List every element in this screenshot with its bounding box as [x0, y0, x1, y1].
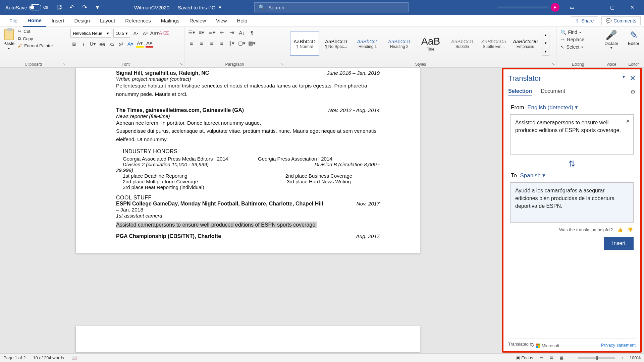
style-heading2[interactable]: AaBbCcDHeading 2	[384, 32, 414, 56]
format-painter-button[interactable]: 🖌Format Painter	[18, 43, 53, 48]
dictate-button[interactable]: 🎤 Dictate ▾ Voice	[600, 27, 623, 67]
bold-button[interactable]: B	[70, 40, 78, 48]
style-title[interactable]: AaBTitle	[416, 32, 445, 56]
style-no-spacing[interactable]: AaBbCcD¶ No Spac...	[321, 32, 351, 56]
selected-text[interactable]: Assisted camerapersons to ensure well-pr…	[116, 222, 317, 228]
focus-button[interactable]: ▣ Focus	[516, 355, 533, 360]
search-input[interactable]: 🔍 Search	[254, 2, 409, 12]
tab-help[interactable]: Help	[232, 15, 252, 27]
tab-layout[interactable]: Layout	[95, 15, 120, 27]
clear-icon[interactable]: ✕	[626, 117, 630, 125]
from-language-select[interactable]: English (detected) ▾	[527, 104, 578, 111]
multilevel-icon[interactable]: ≣▾	[208, 29, 215, 36]
tab-design[interactable]: Design	[69, 15, 95, 27]
pane-options-icon[interactable]: ▾	[623, 74, 625, 83]
swap-languages-button[interactable]: ⇅	[508, 159, 636, 169]
tab-view[interactable]: View	[211, 15, 231, 27]
tab-references[interactable]: References	[120, 15, 156, 27]
bullets-icon[interactable]: ☰▾	[188, 29, 195, 36]
font-size-select[interactable]: 10.5▾	[113, 29, 130, 38]
undo-icon[interactable]: ↶	[69, 4, 75, 10]
spelling-icon[interactable]: 📖	[71, 355, 77, 360]
autosave-toggle[interactable]: AutoSave Off	[0, 4, 48, 10]
share-button[interactable]: ⇪ Share	[571, 16, 598, 25]
style-normal[interactable]: AaBbCcD¶ Normal	[290, 32, 319, 56]
gallery-up-icon[interactable]: ▴	[542, 31, 549, 39]
style-subtle-emphasis[interactable]: AaBbCcDuSubtle Em...	[479, 32, 508, 56]
to-language-select[interactable]: Spanish ▾	[520, 172, 545, 179]
tab-mailings[interactable]: Mailings	[156, 15, 184, 27]
zoom-slider[interactable]	[578, 357, 615, 359]
cut-button[interactable]: ✂Cut	[18, 29, 53, 34]
style-subtitle[interactable]: AaBbCcDSubtitle	[447, 32, 477, 56]
read-mode-icon[interactable]: ▭	[539, 355, 543, 360]
zoom-in-icon[interactable]: +	[621, 355, 624, 360]
print-layout-icon[interactable]: ▤	[549, 355, 553, 360]
highlight-icon[interactable]: A▾	[136, 40, 144, 48]
dialog-launcher-icon[interactable]: ↘	[552, 62, 555, 66]
tab-review[interactable]: Review	[185, 15, 211, 27]
save-icon[interactable]: 🖫	[56, 4, 62, 10]
underline-button[interactable]: U▾	[89, 40, 97, 48]
customize-qat-icon[interactable]: ▾	[95, 4, 101, 10]
tab-insert[interactable]: Insert	[47, 15, 69, 27]
zoom-level[interactable]: 100%	[630, 355, 641, 360]
page-indicator[interactable]: Page 1 of 2	[3, 355, 26, 360]
strikethrough-button[interactable]: ab	[99, 40, 106, 48]
tab-home[interactable]: Home	[23, 15, 46, 27]
dialog-launcher-icon[interactable]: ↘	[280, 62, 283, 66]
borders-icon[interactable]: ▦▾	[248, 40, 256, 47]
change-case-icon[interactable]: Aa▾	[151, 29, 158, 37]
tab-document[interactable]: Document	[541, 88, 565, 96]
superscript-button[interactable]: x²	[117, 40, 125, 48]
zoom-out-icon[interactable]: −	[570, 355, 572, 360]
line-spacing-icon[interactable]: ‖▾	[228, 40, 235, 47]
align-left-icon[interactable]: ≡	[188, 40, 195, 47]
comments-button[interactable]: 💬 Comments	[601, 16, 641, 25]
chevron-down-icon[interactable]: ▾	[219, 4, 221, 10]
clear-formatting-icon[interactable]: A⌫	[160, 29, 168, 37]
editor-button[interactable]: ✎ Editor Editor	[623, 27, 644, 67]
font-color-icon[interactable]: A▾	[146, 40, 153, 48]
select-button[interactable]: ↖Select▾	[560, 44, 596, 50]
show-marks-icon[interactable]: ¶	[248, 29, 256, 36]
gear-icon[interactable]: ⚙	[630, 88, 636, 96]
thumbs-up-icon[interactable]: 👍	[618, 227, 623, 232]
chevron-down-icon[interactable]: ▾	[8, 47, 10, 50]
privacy-link[interactable]: Privacy statement	[601, 343, 636, 348]
justify-icon[interactable]: ≡	[218, 40, 225, 47]
source-text-box[interactable]: Assisted camerapersons to ensure well-pr…	[510, 114, 634, 155]
increase-indent-icon[interactable]: ⇥	[228, 29, 235, 36]
ribbon-display-icon[interactable]: ▭	[564, 0, 580, 15]
tab-selection[interactable]: Selection	[508, 88, 532, 96]
thumbs-down-icon[interactable]: 👎	[628, 227, 633, 232]
style-heading1[interactable]: AaBbCcLHeading 1	[353, 32, 382, 56]
shading-icon[interactable]: ▢▾	[238, 40, 246, 47]
italic-button[interactable]: I	[80, 40, 87, 48]
decrease-font-icon[interactable]: A▾	[142, 29, 149, 37]
decrease-indent-icon[interactable]: ⇤	[218, 29, 225, 36]
paste-button[interactable]: Paste ▾	[3, 29, 14, 67]
insert-button[interactable]: Insert	[604, 237, 634, 250]
style-emphasis[interactable]: AaBbCcDuEmphasis	[511, 32, 540, 56]
subscript-button[interactable]: x₂	[108, 40, 115, 48]
find-button[interactable]: 🔍Find▾	[560, 29, 596, 35]
close-icon[interactable]: ✕	[630, 74, 636, 83]
account-button[interactable]: E	[498, 3, 559, 12]
minimize-icon[interactable]: —	[584, 0, 600, 15]
web-layout-icon[interactable]: ▦	[559, 355, 564, 360]
maximize-icon[interactable]: ▢	[604, 0, 620, 15]
replace-button[interactable]: ↔Replace	[560, 37, 596, 42]
word-count[interactable]: 10 of 294 words	[33, 355, 64, 360]
text-effects-icon[interactable]: A▾	[127, 40, 134, 48]
close-icon[interactable]: ✕	[625, 0, 640, 15]
page-1[interactable]: Signal Hill, signalhill.us, Raleigh, NCJ…	[75, 68, 420, 253]
align-center-icon[interactable]: ≡	[198, 40, 205, 47]
redo-icon[interactable]: ↷	[82, 4, 88, 10]
gallery-down-icon[interactable]: ▾	[542, 39, 549, 47]
align-right-icon[interactable]: ≡	[208, 40, 215, 47]
increase-font-icon[interactable]: A▴	[132, 29, 140, 37]
tab-file[interactable]: File	[5, 15, 22, 27]
styles-gallery[interactable]: AaBbCcD¶ Normal AaBbCcD¶ No Spac... AaBb…	[288, 29, 553, 64]
sort-icon[interactable]: A↓	[238, 29, 246, 36]
